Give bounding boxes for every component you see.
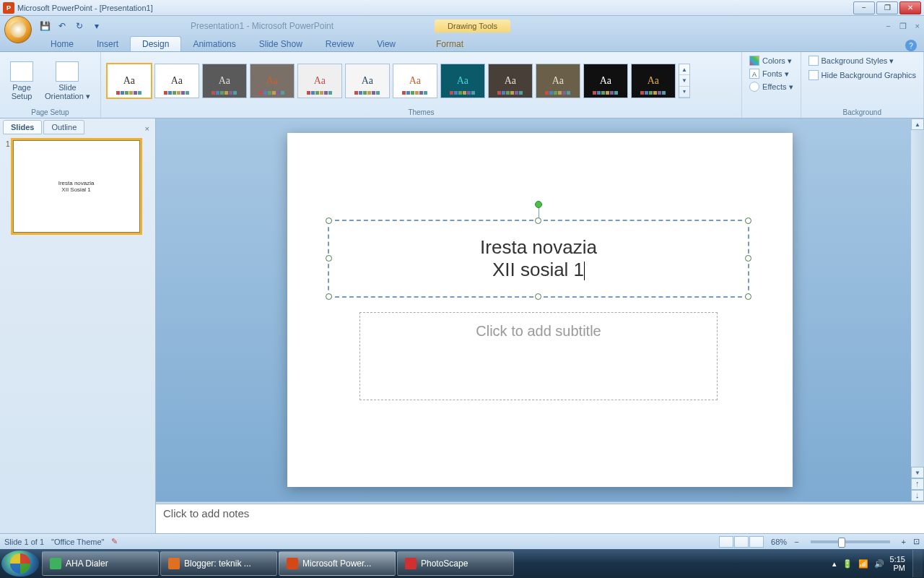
notes-pane[interactable]: Click to add notes (156, 504, 924, 533)
theme-swatch-2[interactable]: Aa (202, 64, 247, 98)
taskbar-item[interactable]: Microsoft Power... (279, 551, 396, 576)
resize-handle[interactable] (535, 293, 541, 300)
fit-to-window-button[interactable]: ⊡ (913, 537, 920, 546)
theme-swatch-1[interactable]: Aa (154, 64, 199, 98)
resize-handle[interactable] (745, 293, 751, 300)
theme-swatch-9[interactable]: Aa (536, 64, 580, 98)
tab-view[interactable]: View (365, 37, 407, 51)
theme-swatch-3[interactable]: Aa (250, 64, 295, 98)
spellcheck-icon[interactable]: ✎ (111, 537, 118, 546)
tab-slideshow[interactable]: Slide Show (248, 37, 314, 51)
network-icon[interactable]: 📶 (858, 559, 868, 569)
themes-gallery[interactable]: AaAaAaAaAaAaAaAaAaAaAaAa (107, 64, 676, 98)
view-normal-button[interactable] (719, 536, 733, 548)
panel-close-icon[interactable]: × (142, 123, 152, 134)
resize-handle[interactable] (745, 217, 751, 224)
zoom-slider[interactable] (811, 540, 890, 543)
next-slide-icon[interactable]: ⭭ (911, 490, 924, 501)
status-bar: Slide 1 of 1 "Office Theme" ✎ 68% − + ⊡ (0, 533, 924, 549)
page-setup-button[interactable]: Page Setup (6, 60, 38, 102)
vertical-scrollbar[interactable]: ▲ ▼ ⭫ ⭭ (911, 118, 924, 501)
slide-thumbnail-1[interactable]: 1 Iresta novazia XII Sosial 1 (6, 140, 149, 233)
zoom-in-icon[interactable]: + (902, 538, 906, 546)
fonts-icon: A (749, 69, 759, 79)
zoom-out-icon[interactable]: − (794, 538, 798, 546)
scroll-down-icon[interactable]: ▼ (911, 467, 924, 478)
view-show-button[interactable] (749, 536, 764, 548)
window-restore-inner-icon[interactable]: ❐ (899, 22, 907, 31)
gallery-down-icon[interactable]: ▼ (679, 75, 689, 86)
clock[interactable]: 5:15 PM (890, 555, 905, 572)
theme-swatch-6[interactable]: Aa (393, 64, 437, 98)
ribbon-tabs: Home Insert Design Animations Slide Show… (0, 36, 924, 52)
show-desktop-button[interactable] (912, 550, 923, 577)
office-button[interactable] (4, 16, 32, 43)
restore-button[interactable]: ❐ (876, 1, 898, 14)
window-close-inner-icon[interactable]: × (915, 22, 920, 31)
theme-swatch-5[interactable]: Aa (345, 64, 390, 98)
slide-orientation-button[interactable]: Slide Orientation ▾ (40, 60, 95, 103)
slide[interactable]: Iresta novazia XII sosial 1 Click to add… (287, 133, 793, 487)
ribbon-minimize-icon[interactable]: − (886, 22, 890, 31)
status-slide-number: Slide 1 of 1 (4, 538, 44, 546)
battery-icon[interactable]: 🔋 (842, 559, 853, 569)
window-title: Microsoft PowerPoint - [Presentation1] (17, 4, 153, 12)
prev-slide-icon[interactable]: ⭫ (911, 478, 924, 490)
resize-handle[interactable] (745, 255, 751, 262)
resize-handle[interactable] (326, 293, 332, 300)
theme-swatch-4[interactable]: Aa (297, 64, 342, 98)
tab-animations[interactable]: Animations (181, 37, 247, 51)
resize-handle[interactable] (535, 217, 541, 224)
panel-tab-outline[interactable]: Outline (43, 120, 84, 134)
gallery-scroll[interactable]: ▲ ▼ ▾ (679, 64, 690, 98)
volume-icon[interactable]: 🔊 (874, 559, 884, 569)
slide-canvas[interactable]: Iresta novazia XII sosial 1 Click to add… (156, 118, 924, 501)
qat-save[interactable]: 💾 (38, 19, 52, 33)
theme-swatch-0[interactable]: Aa (107, 64, 152, 98)
theme-swatch-8[interactable]: Aa (488, 64, 533, 98)
subtitle-textbox[interactable]: Click to add subtitle (359, 312, 718, 400)
start-button[interactable] (1, 551, 39, 577)
taskbar-item[interactable]: PhotoScape (397, 551, 514, 576)
tray-expand-icon[interactable]: ▴ (832, 559, 837, 569)
tab-home[interactable]: Home (39, 37, 85, 51)
qat-undo[interactable]: ↶ (55, 19, 69, 33)
taskbar-item[interactable]: AHA Dialer (42, 551, 159, 576)
theme-colors-button[interactable]: Colors ▾ (748, 55, 793, 66)
hide-background-checkbox[interactable]: Hide Background Graphics (807, 69, 918, 81)
theme-fonts-button[interactable]: AFonts ▾ (748, 68, 790, 79)
background-styles-button[interactable]: Background Styles ▾ (807, 55, 896, 66)
orientation-icon (56, 61, 79, 82)
resize-handle[interactable] (326, 255, 332, 262)
close-button[interactable]: ✕ (899, 1, 921, 14)
group-themes: AaAaAaAaAaAaAaAaAaAaAaAa ▲ ▼ ▾ Themes (101, 52, 742, 118)
title-line1[interactable]: Iresta novazia (480, 236, 597, 259)
qat-redo[interactable]: ↻ (72, 19, 87, 33)
tab-format[interactable]: Format (424, 37, 475, 51)
theme-swatch-7[interactable]: Aa (440, 64, 485, 98)
windows-taskbar: AHA DialerBlogger: teknik ...Microsoft P… (0, 549, 924, 578)
title-line2[interactable]: XII sosial 1 (492, 259, 585, 281)
qat-customize[interactable]: ▾ (90, 19, 104, 33)
taskbar-item[interactable]: Blogger: teknik ... (160, 551, 277, 576)
minimize-button[interactable]: − (853, 1, 875, 14)
title-textbox[interactable]: Iresta novazia XII sosial 1 (328, 220, 749, 298)
bgstyles-icon (808, 56, 819, 66)
zoom-level[interactable]: 68% (771, 538, 787, 546)
theme-effects-button[interactable]: Effects ▾ (748, 81, 794, 92)
group-background: Background Styles ▾ Hide Background Grap… (801, 52, 924, 118)
tab-review[interactable]: Review (314, 37, 365, 51)
resize-handle[interactable] (326, 217, 332, 224)
help-icon[interactable]: ? (905, 40, 917, 51)
system-tray[interactable]: ▴ 🔋 📶 🔊 5:15 PM (832, 555, 910, 572)
theme-swatch-10[interactable]: Aa (583, 64, 628, 98)
theme-swatch-11[interactable]: Aa (631, 64, 676, 98)
tab-design[interactable]: Design (130, 36, 181, 51)
scroll-up-icon[interactable]: ▲ (911, 118, 924, 130)
rotate-handle[interactable] (535, 201, 542, 208)
gallery-more-icon[interactable]: ▾ (679, 87, 689, 98)
view-sorter-button[interactable] (734, 536, 749, 548)
gallery-up-icon[interactable]: ▲ (679, 64, 689, 75)
tab-insert[interactable]: Insert (85, 37, 130, 51)
panel-tab-slides[interactable]: Slides (3, 120, 42, 134)
